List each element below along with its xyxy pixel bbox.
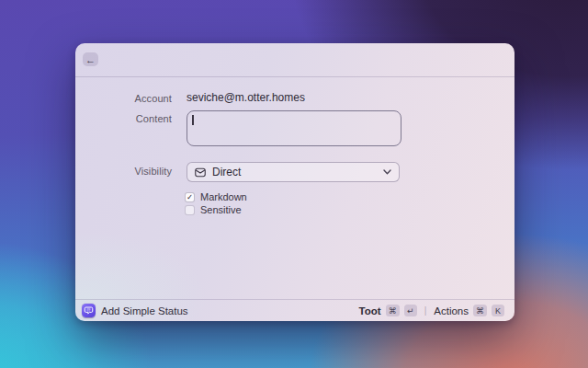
content-label: Content <box>75 113 172 124</box>
footer-app-info: @ Add Simple Status <box>75 304 359 317</box>
footer-command-title: Add Simple Status <box>101 305 188 316</box>
k-key-icon: K <box>492 305 504 316</box>
back-arrow-icon: ← <box>85 54 96 65</box>
window-footer: @ Add Simple Status Toot ⌘ ↵ | Actions ⌘… <box>75 299 514 321</box>
visibility-label: Visibility <box>75 166 172 177</box>
sensitive-checkbox[interactable] <box>185 205 195 215</box>
sensitive-checkbox-row[interactable]: Sensitive <box>185 204 242 215</box>
chevron-down-icon <box>383 169 391 175</box>
actions-menu-button[interactable]: Actions <box>434 305 469 316</box>
window-header: ← <box>75 43 514 77</box>
envelope-icon <box>195 167 206 178</box>
sensitive-checkbox-label: Sensitive <box>200 204 242 215</box>
markdown-checkbox-row[interactable]: ✓ Markdown <box>185 191 247 202</box>
account-value: seviche@m.otter.homes <box>187 91 305 104</box>
svg-text:@: @ <box>86 307 90 312</box>
footer-actions: Toot ⌘ ↵ | Actions ⌘ K <box>359 305 514 316</box>
return-key-icon: ↵ <box>404 305 417 316</box>
back-button[interactable]: ← <box>83 52 98 66</box>
compose-status-window: ← Account seviche@m.otter.homes Content … <box>75 43 514 321</box>
checkmark-icon: ✓ <box>187 193 193 201</box>
account-label: Account <box>75 93 172 104</box>
markdown-checkbox[interactable]: ✓ <box>185 192 195 202</box>
markdown-checkbox-label: Markdown <box>200 191 247 202</box>
toot-action-button[interactable]: Toot <box>359 305 381 316</box>
command-key-icon: ⌘ <box>386 305 400 316</box>
chat-bubble-app-icon: @ <box>82 304 96 317</box>
text-cursor <box>192 115 194 125</box>
footer-actions-divider: | <box>424 305 427 316</box>
command-key-icon: ⌘ <box>473 305 487 316</box>
visibility-selected-value: Direct <box>212 166 377 178</box>
content-textarea[interactable] <box>187 110 401 146</box>
visibility-dropdown[interactable]: Direct <box>187 162 400 182</box>
